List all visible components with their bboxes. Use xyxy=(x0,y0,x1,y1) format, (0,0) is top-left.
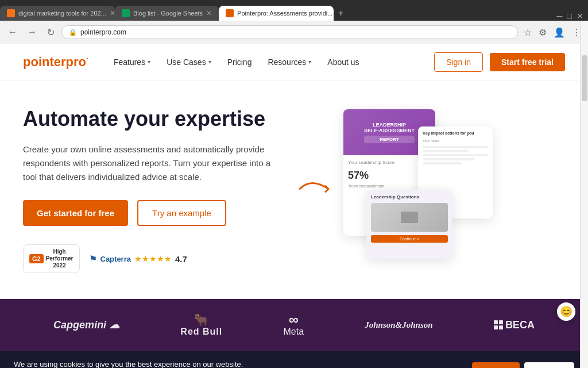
logo-pointer: pointer xyxy=(23,55,66,69)
capterra-badge: ⚑ Capterra ★★★★★ 4.7 xyxy=(89,254,187,264)
meta-icon: ∞ xyxy=(289,313,299,327)
logo[interactable]: pointerpro· xyxy=(23,54,88,70)
accept-button[interactable]: Accept xyxy=(472,362,520,368)
g2-badge-text: High Performer 2022 xyxy=(46,248,74,269)
forward-button[interactable]: → xyxy=(24,26,40,39)
back-button[interactable]: ← xyxy=(5,26,21,39)
g2-badge: G2 High Performer 2022 xyxy=(23,244,80,273)
main-nav: pointerpro· Features ▾ Use Cases ▾ Prici… xyxy=(0,44,588,80)
minimize-button[interactable]: ─ xyxy=(557,12,563,21)
brand-beca: BECA xyxy=(494,319,535,331)
mockup-side-title: Key impact actions for you xyxy=(423,131,488,135)
extensions-button[interactable]: ⚙ xyxy=(536,26,549,39)
cookie-settings-button[interactable]: Settings xyxy=(524,362,574,368)
lock-icon: 🔒 xyxy=(69,29,77,36)
mockup-quiz-image xyxy=(371,203,448,232)
reload-button[interactable]: ↻ xyxy=(44,26,58,39)
tab-favicon-3 xyxy=(226,9,234,17)
signin-button[interactable]: Sign in xyxy=(434,52,483,72)
logo-pro: pro xyxy=(66,55,86,69)
redbull-icon: 🐂 xyxy=(194,313,208,327)
trust-badges: G2 High Performer 2022 ⚑ Capterra ★★★★★ … xyxy=(23,244,294,273)
hero-description: Create your own online assessments and a… xyxy=(23,143,276,184)
g2-logo: G2 xyxy=(29,254,44,263)
mockup-line xyxy=(423,146,488,148)
nav-pricing[interactable]: Pricing xyxy=(220,53,259,71)
brand-redbull: 🐂 Red Bull xyxy=(180,313,222,337)
chat-icon: 😊 xyxy=(560,305,572,318)
new-tab-button[interactable]: + xyxy=(334,6,348,21)
address-bar[interactable]: 🔒 pointerpro.com xyxy=(61,25,518,39)
browser-toolbar: ← → ↻ 🔒 pointerpro.com ☆ ⚙ 👤 ⋮ xyxy=(0,21,588,44)
chat-widget[interactable]: 😊 xyxy=(556,301,577,322)
brand-meta: ∞ Meta xyxy=(283,313,304,337)
try-example-button[interactable]: Try an example xyxy=(137,200,226,226)
nav-links: Features ▾ Use Cases ▾ Pricing Resources… xyxy=(107,53,434,71)
beca-icon xyxy=(494,320,503,329)
mockup-quiz-button: Continue > xyxy=(371,235,448,243)
scrollbar[interactable] xyxy=(580,21,588,368)
logo-text: pointerpro· xyxy=(23,54,88,70)
maximize-button[interactable]: □ xyxy=(567,12,572,21)
close-browser-button[interactable]: ✕ xyxy=(577,12,583,21)
hero-buttons: Get started for free Try an example xyxy=(23,200,294,226)
chevron-down-icon: ▾ xyxy=(308,59,311,65)
mockup-quiz-card: Leadership Questions Continue > xyxy=(366,190,452,259)
browser-actions: ☆ ⚙ 👤 ⋮ xyxy=(521,26,583,39)
brands-section: Capgemini ☁ 🐂 Red Bull ∞ Meta Johnson&Jo… xyxy=(0,299,588,351)
browser-tab-3[interactable]: Pointerpro: Assessments providi... ✕ xyxy=(219,6,334,21)
beca-text: BECA xyxy=(505,319,535,331)
capterra-icon: ⚑ xyxy=(89,254,97,264)
tab-favicon-1 xyxy=(7,9,15,17)
browser-tab-2[interactable]: Blog list - Google Sheets ✕ xyxy=(115,6,219,21)
cookie-banner: We are using cookies to give you the bes… xyxy=(0,351,588,368)
hero-title: Automate your expertise xyxy=(23,106,294,131)
mockup-line-short xyxy=(423,150,469,152)
tab-label-1: digital marketing tools for 202... xyxy=(18,10,106,17)
capgemini-logo: Capgemini ☁ xyxy=(53,319,119,331)
capterra-stars: ★★★★★ xyxy=(134,254,172,263)
nav-actions: Sign in Start free trial xyxy=(434,52,565,72)
website: pointerpro· Features ▾ Use Cases ▾ Prici… xyxy=(0,44,588,368)
brand-jj: Johnson&Johnson xyxy=(365,320,432,330)
browser-tabs: digital marketing tools for 202... ✕ Blo… xyxy=(0,0,588,21)
bookmark-button[interactable]: ☆ xyxy=(521,26,534,39)
url-text: pointerpro.com xyxy=(80,28,126,36)
browser-chrome: digital marketing tools for 202... ✕ Blo… xyxy=(0,0,588,44)
mockup-line-2 xyxy=(423,154,488,156)
hero-visual: LEADERSHIPSELF-ASSESSMENT REPORT Your Le… xyxy=(294,103,565,276)
tab-label-3: Pointerpro: Assessments providi... xyxy=(237,10,332,17)
get-started-button[interactable]: Get started for free xyxy=(23,200,128,226)
mockup-side-text: Your name xyxy=(423,139,488,144)
nav-use-cases[interactable]: Use Cases ▾ xyxy=(160,53,218,71)
tab-close-2[interactable]: ✕ xyxy=(206,9,212,17)
hero-mockup: LEADERSHIPSELF-ASSESSMENT REPORT Your Le… xyxy=(332,109,527,270)
chevron-down-icon: ▾ xyxy=(148,59,150,65)
profile-button[interactable]: 👤 xyxy=(551,26,567,39)
jj-text: Johnson&Johnson xyxy=(365,320,432,330)
mockup-line-4 xyxy=(423,162,462,164)
redbull-text: Red Bull xyxy=(180,327,222,337)
hero-section: Automate your expertise Create your own … xyxy=(0,80,588,299)
brand-capgemini: Capgemini ☁ xyxy=(53,319,119,331)
logo-dot: · xyxy=(86,54,88,63)
nav-about[interactable]: About us xyxy=(320,53,366,71)
capterra-rating: 4.7 xyxy=(175,254,187,264)
scrollbar-thumb[interactable] xyxy=(582,55,587,101)
tab-close-1[interactable]: ✕ xyxy=(110,9,115,17)
mockup-line-3 xyxy=(423,158,475,160)
trial-button[interactable]: Start free trial xyxy=(490,53,565,71)
tab-favicon-2 xyxy=(122,9,130,17)
browser-tab-1[interactable]: digital marketing tools for 202... ✕ xyxy=(0,6,115,21)
chevron-down-icon: ▾ xyxy=(208,59,211,65)
capterra-label: Capterra xyxy=(100,255,131,263)
tab-label-2: Blog list - Google Sheets xyxy=(133,10,203,17)
hero-content: Automate your expertise Create your own … xyxy=(23,106,294,273)
mockup-quiz-title: Leadership Questions xyxy=(371,194,448,200)
nav-resources[interactable]: Resources ▾ xyxy=(261,53,318,71)
cookie-text: We are using cookies to give you the bes… xyxy=(14,360,458,368)
meta-text: Meta xyxy=(283,327,304,337)
cookie-actions: Accept Settings xyxy=(472,360,574,368)
nav-features[interactable]: Features ▾ xyxy=(107,53,157,71)
cookie-line1: We are using cookies to give you the bes… xyxy=(14,360,458,368)
